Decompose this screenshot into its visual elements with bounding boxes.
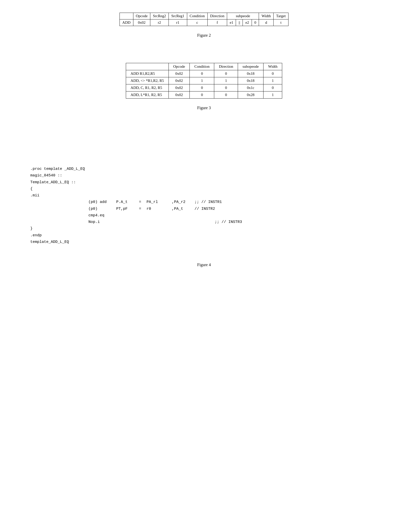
fig3-header-direction: Direction — [214, 63, 238, 70]
fig3-cell-0-label: ADD R1,R2,R5 — [126, 70, 169, 77]
fig2-header-empty — [120, 13, 133, 19]
fig3-cell-1-label: ADD, <> *R1,R2, R5 — [126, 77, 169, 84]
code-line-proc: .proc template _ADD_L_EQ — [30, 166, 393, 172]
figure4-container: .proc template _ADD_L_EQ magic_04540 :: … — [15, 166, 393, 245]
fig3-cell-0-condition: 0 — [190, 70, 214, 77]
code-instr2-src2: ,PA_t — [172, 206, 195, 212]
figure2-container: Opcode SrcReg2 SrcReg1 Condition Directi… — [15, 13, 393, 26]
code-text-proc: .proc template _ADD_L_EQ — [30, 166, 85, 172]
fig3-cell-0-subopeode: 0x18 — [238, 70, 263, 77]
fig3-cell-3-opcode: 0x02 — [169, 91, 190, 99]
fig2-header-width: Width — [259, 13, 274, 19]
code-text-brace-open: { — [30, 186, 33, 192]
fig3-cell-3-subopeode: 0x28 — [238, 91, 263, 99]
code-text-template-end: template_ADD_L_EQ — [30, 239, 69, 245]
fig3-cell-3-direction: 0 — [214, 91, 238, 99]
fig3-cell-2-direction: 0 — [214, 84, 238, 91]
fig3-cell-0-direction: 0 — [214, 70, 238, 77]
code-instr2-dest: PT,pF — [116, 206, 139, 212]
code-line-nop: Nop.i ;; // INSTR3 — [30, 219, 393, 225]
fig2-header-subpeode: subpeode — [227, 13, 259, 19]
code-instr1-src1: PA_rl — [147, 199, 172, 205]
fig3-row-2: ADD, C, R1, R2, R50x02000x1c0 — [126, 84, 282, 91]
fig3-cell-2-condition: 0 — [190, 84, 214, 91]
fig2-header-target: Target — [274, 13, 289, 19]
code-text-magic: magic_04540 :: — [30, 172, 62, 179]
code-line-brace-close: } — [30, 225, 393, 232]
fig2-row-sub-0: 0 — [252, 19, 259, 26]
code-line-template-end: template_ADD_L_EQ — [30, 239, 393, 245]
fig3-header-empty — [126, 63, 169, 70]
fig2-header-direction: Direction — [207, 13, 227, 19]
fig3-header-opcode: Opcode — [169, 63, 190, 70]
code-instr2-prefix: (p0) — [88, 206, 116, 212]
fig3-row-1: ADD, <> *R1,R2, R50x02110x181 — [126, 77, 282, 84]
code-instr1-src2: ,PA_r2 — [172, 199, 195, 205]
fig3-header-condition: Condition — [190, 63, 214, 70]
fig3-cell-2-subopeode: 0x1c — [238, 84, 263, 91]
code-section: .proc template _ADD_L_EQ magic_04540 :: … — [30, 166, 393, 245]
figure3-table: Opcode Condition Direction subopeode Wid… — [126, 63, 282, 99]
fig2-row-direction: f — [207, 19, 227, 26]
fig3-cell-1-opcode: 0x02 — [169, 77, 190, 84]
fig2-row-sub-sep: || — [236, 19, 243, 26]
figure3-caption: Figure 3 — [197, 106, 211, 110]
fig2-header-srcreg2: SrcReg2 — [150, 13, 169, 19]
fig3-cell-0-width: 0 — [263, 70, 282, 77]
code-line-brace-open: { — [30, 186, 393, 192]
fig2-row-sub-e2: e2 — [243, 19, 252, 26]
code-nop-text: Nop.i — [88, 219, 215, 225]
fig2-row-sub-e1: e1 — [227, 19, 236, 26]
fig2-row-condition: c — [187, 19, 207, 26]
code-line-cmp4: cmp4.eq — [30, 212, 393, 219]
fig3-cell-1-width: 1 — [263, 77, 282, 84]
fig2-header-srcreg1: SrcReg1 — [169, 13, 187, 19]
code-line-magic: magic_04540 :: — [30, 172, 393, 179]
code-text-mii: .mii — [30, 192, 39, 199]
fig3-row-0: ADD R1,R2,R50x02000x180 — [126, 70, 282, 77]
fig2-row-opcode: 0x02 — [133, 19, 150, 26]
fig3-cell-3-label: ADD, L*R1, R2, R5 — [126, 91, 169, 99]
code-line-instr1: (p0) add P.A_t = PA_rl ,PA_r2 ;; // INST… — [30, 199, 393, 205]
code-text-endp: .endp — [30, 232, 42, 239]
fig3-cell-2-opcode: 0x02 — [169, 84, 190, 91]
figure2-table: Opcode SrcReg2 SrcReg1 Condition Directi… — [119, 13, 289, 26]
fig3-cell-1-condition: 1 — [190, 77, 214, 84]
fig3-cell-3-width: 1 — [263, 91, 282, 99]
code-line-template: Template_ADD_L_EQ :: — [30, 179, 393, 186]
figure2-caption: Figure 2 — [197, 33, 211, 38]
fig3-cell-1-direction: 1 — [214, 77, 238, 84]
fig2-row-width: d — [259, 19, 274, 26]
code-instr1-comment: ;; // INSTR1 — [195, 199, 222, 205]
fig3-cell-2-width: 0 — [263, 84, 282, 91]
code-cmp4-text: cmp4.eq — [88, 212, 104, 219]
fig3-cell-2-label: ADD, C, R1, R2, R5 — [126, 84, 169, 91]
code-text-brace-close: } — [30, 225, 33, 232]
fig3-cell-0-opcode: 0x02 — [169, 70, 190, 77]
figure4-caption: Figure 4 — [197, 263, 211, 267]
code-instr2-src1: r0 — [147, 206, 172, 212]
fig3-cell-3-condition: 0 — [190, 91, 214, 99]
code-nop-comment: ;; // INSTR3 — [215, 219, 242, 225]
fig2-row-srcreg1: r1 — [169, 19, 187, 26]
code-line-instr2: (p0) PT,pF = r0 ,PA_t // INSTR2 — [30, 206, 393, 212]
code-instr1-eq: = — [139, 199, 147, 205]
fig2-header-condition: Condition — [187, 13, 207, 19]
fig2-row-srcreg2: r2 — [150, 19, 169, 26]
code-instr2-comment: // INSTR2 — [195, 206, 215, 212]
code-line-mii: .mii — [30, 192, 393, 199]
code-instr1-prefix: (p0) add — [88, 199, 116, 205]
fig2-row-label: ADD — [120, 19, 133, 26]
code-instr1-dest: P.A_t — [116, 199, 139, 205]
code-line-endp: .endp — [30, 232, 393, 239]
fig2-row-target: t — [274, 19, 289, 26]
fig3-cell-1-subopeode: 0x18 — [238, 77, 263, 84]
fig3-header-width: Width — [263, 63, 282, 70]
figure3-container: Opcode Condition Direction subopeode Wid… — [15, 63, 393, 99]
code-text-template: Template_ADD_L_EQ :: — [30, 179, 76, 186]
fig3-header-subopeode: subopeode — [238, 63, 263, 70]
page-wrapper: Opcode SrcReg2 SrcReg1 Condition Directi… — [15, 8, 393, 277]
code-instr2-eq: = — [139, 206, 147, 212]
fig2-header-opcode: Opcode — [133, 13, 150, 19]
fig3-row-3: ADD, L*R1, R2, R50x02000x281 — [126, 91, 282, 99]
